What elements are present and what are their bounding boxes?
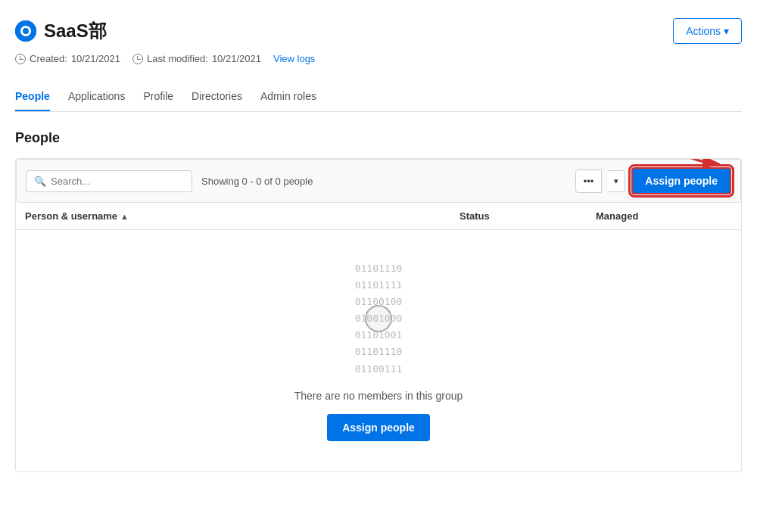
clock-icon-2 [132,54,143,64]
tab-applications[interactable]: Applications [68,82,126,111]
actions-button[interactable]: Actions ▾ [673,18,742,44]
empty-state: 01101110 01101111 01100100 01001000 0110… [16,230,741,471]
people-table-container: 🔍 Showing 0 - 0 of 0 people [15,158,742,472]
column-managed: Managed [596,210,732,222]
search-box: 🔍 [26,170,192,192]
section-title: People [15,130,742,146]
app-title: SaaS部 [15,19,107,43]
modified-meta: Last modified: 10/21/2021 [132,53,261,64]
tab-profile[interactable]: Profile [143,82,173,111]
binary-line-1: 01101110 [355,260,403,277]
meta-row: Created: 10/21/2021 Last modified: 10/21… [15,53,742,64]
more-options-button[interactable]: ••• [575,170,603,193]
binary-line-6: 01101110 [355,344,403,360]
circle-overlay [365,305,392,332]
empty-message: There are no members in this group [294,390,463,402]
more-options-dropdown[interactable]: ▾ [608,170,625,192]
column-person[interactable]: Person & username ▲ [25,210,459,222]
created-label: Created: [30,53,67,64]
search-input[interactable] [51,176,184,187]
title-text: SaaS部 [44,19,107,43]
binary-line-7: 01100111 [355,361,403,378]
created-date: 10/21/2021 [71,53,120,64]
page-header: SaaS部 Actions ▾ [15,18,742,44]
sort-arrow-icon: ▲ [120,212,129,221]
empty-state-graphic: 01101110 01101111 01100100 01001000 0110… [355,260,403,378]
view-logs-link[interactable]: View logs [273,53,315,64]
toolbar-actions: ••• ▾ Assign people [575,167,731,194]
tab-bar: People Applications Profile Directories … [15,82,742,112]
assign-people-center-button[interactable]: Assign people [327,414,430,441]
column-person-label: Person & username [25,210,117,222]
people-toolbar: 🔍 Showing 0 - 0 of 0 people [16,159,741,203]
search-icon: 🔍 [34,176,46,187]
okta-logo-icon [15,20,36,42]
created-meta: Created: 10/21/2021 [15,53,120,64]
tab-people[interactable]: People [15,82,50,111]
showing-count: Showing 0 - 0 of 0 people [201,176,566,187]
people-section: People 🔍 Showing 0 - 0 of 0 people [15,130,742,472]
column-status: Status [459,210,596,222]
clock-icon [15,54,26,64]
svg-point-2 [23,28,29,34]
modified-date: 10/21/2021 [212,53,261,64]
assign-people-header-button[interactable]: Assign people [631,167,731,194]
table-header: Person & username ▲ Status Managed [16,203,741,230]
tab-admin-roles[interactable]: Admin roles [260,82,316,111]
tab-directories[interactable]: Directories [192,82,242,111]
binary-line-2: 01101111 [355,277,403,294]
modified-label: Last modified: [147,53,208,64]
